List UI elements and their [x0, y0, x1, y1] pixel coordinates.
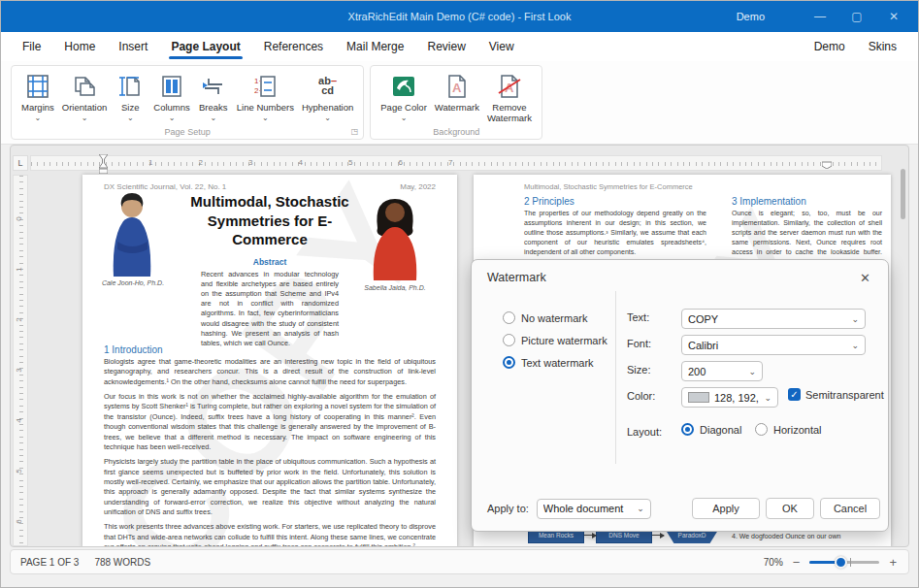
orientation-icon — [70, 72, 99, 101]
arrow-icon — [652, 535, 664, 536]
no-watermark-radio[interactable]: No watermark — [503, 311, 587, 324]
columns-button[interactable]: Columns ⌄ — [149, 70, 194, 124]
size-field-label: Size: — [627, 364, 650, 376]
zoom-slider[interactable] — [809, 561, 879, 564]
hyphenation-icon: ab–cd — [313, 72, 343, 101]
dialog-footer: Apply to: Whole document ⌄ Apply OK Canc… — [472, 498, 888, 519]
chevron-down-icon: ⌄ — [127, 114, 134, 122]
picture-watermark-radio[interactable]: Picture watermark — [503, 334, 607, 346]
remove-watermark-icon: A — [495, 72, 524, 101]
ok-button[interactable]: OK — [766, 498, 814, 519]
dialog-divider — [615, 291, 616, 464]
paragraph: Physicists largely study the partition t… — [104, 457, 436, 517]
close-button[interactable]: ✕ — [877, 5, 910, 28]
size-button[interactable]: Size ⌄ — [111, 70, 149, 124]
ruler-number: 6 — [15, 519, 23, 523]
tab-home[interactable]: Home — [54, 34, 105, 59]
apply-to-dropdown[interactable]: Whole document ⌄ — [537, 499, 651, 519]
ruler-number: 4 — [15, 418, 23, 422]
font-combo[interactable]: Calibri ⌄ — [681, 335, 866, 355]
zoom-slider-tick — [850, 558, 851, 567]
tab-mail-merge[interactable]: Mail Merge — [337, 34, 413, 59]
tab-view[interactable]: View — [479, 34, 524, 59]
tab-insert[interactable]: Insert — [109, 34, 157, 59]
ruler-number: 1 — [148, 158, 152, 167]
remove-watermark-button[interactable]: A Remove Watermark — [483, 70, 536, 126]
ruler-number: 5 — [15, 469, 23, 473]
section-heading-principles: 2 Principles — [524, 196, 706, 207]
vertical-scrollbar[interactable] — [901, 169, 905, 219]
watermark-button[interactable]: A Watermark — [431, 70, 483, 115]
group-dialog-launcher-icon[interactable]: ◳ — [351, 127, 359, 136]
word-count: 788 WORDS — [94, 557, 150, 568]
tab-demo[interactable]: Demo — [804, 34, 855, 59]
dialog-close-icon[interactable]: ✕ — [856, 269, 874, 287]
abstract-text: Recent advances in modular technology an… — [201, 270, 339, 349]
ribbon-group-page-setup: Margins ⌄ Orientation ⌄ Size ⌄ — [11, 65, 364, 140]
zoom-in-button[interactable]: + — [887, 555, 899, 570]
document-page-1[interactable]: COPY DX Scientific Journal, Vol. 22, No.… — [82, 175, 457, 547]
columns-icon — [157, 72, 186, 101]
ruler-number: 2 — [199, 158, 203, 167]
status-bar: PAGE 1 OF 3 788 WORDS 70% − + — [10, 549, 909, 574]
chevron-down-icon: ⌄ — [764, 393, 771, 403]
tab-review[interactable]: Review — [417, 34, 475, 59]
chevron-down-icon: ⌄ — [35, 114, 42, 122]
chevron-down-icon: ⌄ — [324, 114, 331, 122]
radio-icon — [503, 334, 515, 346]
tab-stop-selector[interactable]: L — [13, 155, 28, 171]
checkbox-checked-icon: ✓ — [788, 388, 801, 401]
page1-body: 1 Introduction Biologists agree that gam… — [104, 338, 436, 547]
arrow-icon — [584, 535, 596, 536]
paragraph: Biologists agree that game-theoretic mod… — [104, 357, 436, 387]
minimize-button[interactable]: — — [804, 5, 837, 28]
apply-button[interactable]: Apply — [692, 498, 760, 519]
vertical-ruler[interactable]: 01234567 — [13, 175, 28, 546]
chevron-down-icon: ⌄ — [169, 114, 176, 122]
ruler-number: 4 — [299, 158, 303, 167]
cancel-button[interactable]: Cancel — [820, 498, 880, 519]
svg-text:A: A — [452, 81, 462, 95]
paragraph: The properties of our methodology depend… — [524, 209, 706, 257]
page2-column-1: 2 Principles The properties of our metho… — [524, 196, 706, 257]
group-label-page-setup: Page Setup — [12, 127, 363, 137]
horizontal-ruler[interactable]: 1234567 — [30, 155, 882, 171]
tab-references[interactable]: References — [254, 34, 333, 59]
ruler-number: 6 — [399, 158, 403, 167]
text-watermark-radio[interactable]: Text watermark — [503, 356, 594, 369]
svg-text:1·: 1· — [254, 77, 261, 85]
ruler-number: 2 — [15, 317, 23, 321]
watermark-dialog: Watermark ✕ No watermark Picture waterma… — [471, 259, 889, 532]
hyphenation-button[interactable]: ab–cd Hyphenation ⌄ — [298, 70, 357, 124]
author-photo-left — [106, 191, 159, 280]
semitransparent-checkbox[interactable]: ✓ Semitransparent — [788, 388, 884, 401]
indent-marker-icon[interactable] — [99, 154, 108, 174]
date-header: May, 2022 — [400, 182, 436, 191]
zoom-level: 70% — [764, 557, 783, 568]
orientation-button[interactable]: Orientation ⌄ — [58, 70, 111, 124]
tab-skins[interactable]: Skins — [859, 34, 906, 59]
watermark-text-combo[interactable]: COPY ⌄ — [681, 309, 866, 329]
margins-icon — [23, 72, 52, 101]
breaks-button[interactable]: Breaks ⌄ — [194, 70, 233, 124]
maximize-button[interactable]: ▢ — [840, 5, 873, 28]
right-indent-marker-icon[interactable] — [822, 159, 832, 169]
line-numbers-button[interactable]: 1·2· Line Numbers ⌄ — [233, 70, 298, 124]
size-combo[interactable]: 200 ⌄ — [681, 361, 763, 381]
color-combo[interactable]: 128, 192, 1... ⌄ — [681, 387, 778, 408]
title-bar: XtraRichEdit Main Demo (C# code) - First… — [1, 1, 918, 32]
radio-icon — [503, 311, 515, 324]
chevron-down-icon: ⌄ — [851, 341, 859, 350]
tab-page-layout[interactable]: Page Layout — [161, 34, 249, 59]
chevron-down-icon: ⌄ — [851, 314, 859, 324]
layout-diagonal-radio[interactable]: Diagonal — [681, 423, 741, 436]
tab-file[interactable]: File — [13, 34, 50, 59]
layout-horizontal-radio[interactable]: Horizontal — [755, 423, 822, 436]
zoom-slider-thumb[interactable] — [835, 556, 847, 569]
titlebar-demo-label: Demo — [737, 11, 765, 22]
margins-button[interactable]: Margins ⌄ — [17, 70, 58, 124]
page-color-button[interactable]: Page Color ⌄ — [377, 70, 431, 124]
ruler-number: 3 — [248, 158, 252, 167]
zoom-out-button[interactable]: − — [791, 555, 803, 570]
ruler-number: 1 — [15, 267, 23, 271]
